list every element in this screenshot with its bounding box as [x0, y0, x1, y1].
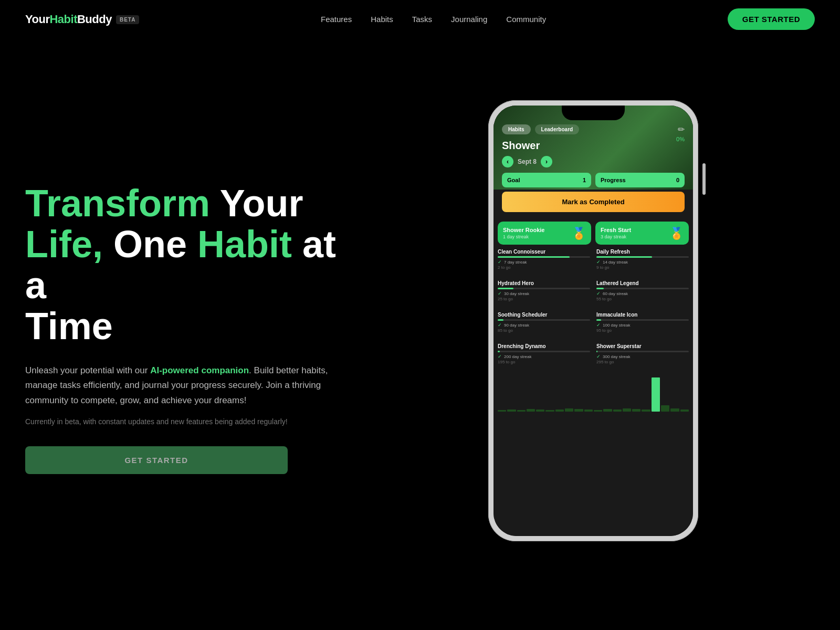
badge-name-1: Daily Refresh — [596, 249, 689, 255]
badge-item-1: Daily Refresh ✓ 14 day streak 9 to go — [596, 249, 689, 270]
badge-streak-2: 30 day streak — [504, 291, 529, 296]
hero-beta-note: Currently in beta, with constant updates… — [25, 416, 351, 427]
badge-grid: Clean Connoisseur ✓ 7 day streak 2 to go… — [494, 249, 693, 371]
hero-description: Unleash your potential with our AI-power… — [25, 363, 351, 407]
progress-box: Progress 0 — [595, 173, 685, 187]
edit-icon[interactable]: ✏ — [678, 124, 685, 134]
badge-go-2: 25 to go — [498, 297, 590, 301]
badge-check-4: ✓ — [498, 322, 502, 328]
date-label: Sept 8 — [518, 158, 537, 165]
chart-bar-18 — [670, 408, 679, 412]
hero-section: Transform Your Life, One Habit at a Time… — [0, 0, 840, 630]
chart-bar-2 — [517, 410, 526, 412]
chart-bar-1 — [507, 410, 516, 412]
badge-streak-7: 300 day streak — [603, 354, 630, 359]
chart-bar-5 — [545, 410, 554, 412]
chart-bar-6 — [555, 410, 564, 412]
phone-tab-habits[interactable]: Habits — [502, 124, 531, 134]
chart-bar-17 — [661, 405, 669, 412]
badge-go-5: 95 to go — [596, 328, 689, 333]
badge-go-6: 195 to go — [498, 360, 590, 364]
badge-item-2: Hydrated Hero ✓ 30 day streak 25 to go — [498, 280, 590, 301]
phone-mockup: Habits Leaderboard Shower ✏ 0% ‹ Sept 8 … — [488, 100, 698, 541]
badge-streak-0: 7 day streak — [504, 260, 527, 265]
badge-item-3: Lathered Legend ✓ 60 day streak 55 to go — [596, 280, 689, 301]
badge-check-2: ✓ — [498, 291, 502, 296]
chart-bar-15 — [642, 410, 650, 412]
badge-name-3: Lathered Legend — [596, 280, 689, 286]
phone-side-button — [702, 163, 706, 195]
navbar: YourHabitBuddyBETA Features Habits Tasks… — [0, 0, 840, 38]
phone-screen: Habits Leaderboard Shower ✏ 0% ‹ Sept 8 … — [494, 106, 693, 536]
nav-cta-button[interactable]: GET STARTED — [728, 8, 815, 30]
hero-left: Transform Your Life, One Habit at a Time… — [25, 183, 372, 474]
logo-habit: Habit — [49, 13, 77, 26]
phone-tabs: Habits Leaderboard — [502, 124, 685, 134]
badge-name-6: Drenching Dynamo — [498, 343, 590, 349]
date-prev-button[interactable]: ‹ — [502, 156, 513, 167]
badge-check-5: ✓ — [596, 322, 601, 328]
phone-date-nav: ‹ Sept 8 › — [502, 156, 685, 167]
badge-streak-6: 200 day streak — [504, 354, 531, 359]
chart-bar-12 — [613, 410, 622, 412]
goal-box: Goal 1 — [502, 173, 591, 187]
date-next-button[interactable]: › — [541, 156, 552, 167]
badge-go-1: 9 to go — [596, 265, 689, 270]
logo-your: Your — [25, 13, 49, 26]
chart-bar-9 — [584, 410, 593, 412]
achievements-row: Shower Rookie 1 day streak 🏅 Fresh Start… — [494, 222, 693, 245]
chart-bar-19 — [680, 410, 689, 412]
logo-beta: BETA — [116, 15, 139, 24]
chart-bar-11 — [603, 409, 612, 412]
phone-habit-title: Shower — [502, 140, 685, 152]
badge-check-1: ✓ — [596, 259, 601, 265]
hero-right: Habits Leaderboard Shower ✏ 0% ‹ Sept 8 … — [372, 116, 815, 541]
chart-bars — [498, 375, 689, 412]
logo-buddy: Buddy — [77, 13, 112, 26]
badge-name-7: Shower Superstar — [596, 343, 689, 349]
badge-check-3: ✓ — [596, 291, 601, 296]
phone-outer: Habits Leaderboard Shower ✏ 0% ‹ Sept 8 … — [488, 100, 698, 541]
badge-name-4: Soothing Scheduler — [498, 312, 590, 318]
badge-check-0: ✓ — [498, 259, 502, 265]
badge-check-7: ✓ — [596, 354, 601, 359]
phone-notch — [562, 106, 625, 120]
chart-bar-16 — [652, 377, 660, 412]
nav-links: Features Habits Tasks Journaling Communi… — [321, 15, 546, 24]
phone-percent: 0% — [676, 136, 685, 142]
nav-tasks[interactable]: Tasks — [412, 15, 432, 24]
chart-bar-7 — [565, 408, 573, 412]
nav-habits[interactable]: Habits — [371, 15, 393, 24]
nav-journaling[interactable]: Journaling — [451, 15, 487, 24]
phone-tab-leaderboard[interactable]: Leaderboard — [535, 124, 580, 134]
badge-item-7: Shower Superstar ✓ 300 day streak 295 to… — [596, 343, 689, 364]
achievement-fresh-start: Fresh Start 3 day streak 🏅 — [595, 222, 689, 245]
badge-go-0: 2 to go — [498, 265, 590, 270]
hero-title: Transform Your Life, One Habit at a Time — [25, 183, 351, 346]
achievement-badge-icon-1: 🏅 — [669, 227, 684, 240]
chart-bar-10 — [594, 410, 602, 412]
badge-name-2: Hydrated Hero — [498, 280, 590, 286]
badge-streak-5: 100 day streak — [603, 323, 630, 328]
badge-go-4: 85 to go — [498, 328, 590, 333]
chart-bar-14 — [632, 409, 640, 412]
chart-bar-8 — [574, 409, 583, 412]
chart-bar-4 — [536, 410, 544, 412]
badge-item-5: Immaculate Icon ✓ 100 day streak 95 to g… — [596, 312, 689, 333]
badge-item-0: Clean Connoisseur ✓ 7 day streak 2 to go — [498, 249, 590, 270]
achievement-badge-icon-0: 🏅 — [572, 227, 586, 240]
badge-item-4: Soothing Scheduler ✓ 90 day streak 85 to… — [498, 312, 590, 333]
badge-go-3: 55 to go — [596, 297, 689, 301]
nav-community[interactable]: Community — [506, 15, 546, 24]
hero-cta-button[interactable]: GET STARTED — [25, 446, 288, 474]
phone-goal-row: Goal 1 Progress 0 — [502, 173, 685, 187]
chart-bar-0 — [498, 410, 506, 412]
nav-features[interactable]: Features — [321, 15, 352, 24]
mark-complete-button[interactable]: Mark as Completed — [502, 192, 685, 212]
badge-streak-1: 14 day streak — [603, 260, 628, 265]
achievement-shower-rookie: Shower Rookie 1 day streak 🏅 — [498, 222, 591, 245]
badge-item-6: Drenching Dynamo ✓ 200 day streak 195 to… — [498, 343, 590, 364]
badge-streak-4: 90 day streak — [504, 323, 529, 328]
badge-go-7: 295 to go — [596, 360, 689, 364]
badge-name-0: Clean Connoisseur — [498, 249, 590, 255]
